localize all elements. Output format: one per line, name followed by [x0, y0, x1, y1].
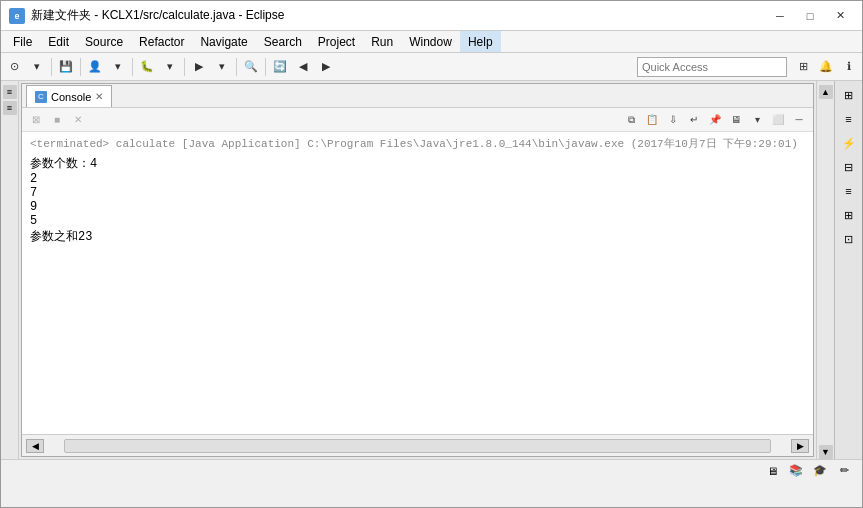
- debug-dropdown[interactable]: ▾: [159, 56, 181, 78]
- close-button[interactable]: ✕: [826, 6, 854, 26]
- right-gutter: ▲ ▼: [816, 81, 834, 459]
- toolbar-sep-2: [80, 58, 81, 76]
- forward-button[interactable]: ▶: [315, 56, 337, 78]
- menu-source[interactable]: Source: [77, 31, 131, 52]
- output-line-1: 参数个数：4: [30, 155, 805, 172]
- menu-window[interactable]: Window: [401, 31, 460, 52]
- console-tab-bar: C Console ✕: [22, 84, 813, 108]
- far-right-btn-5[interactable]: ≡: [839, 181, 859, 201]
- debug-button[interactable]: 🐛: [136, 56, 158, 78]
- menu-file[interactable]: File: [5, 31, 40, 52]
- info-btn[interactable]: ℹ: [838, 56, 860, 78]
- menu-bar: File Edit Source Refactor Navigate Searc…: [1, 31, 862, 53]
- toolbar-sep-4: [184, 58, 185, 76]
- main-area: ≡ ≡ C Console ✕ ⊠ ■ ✕ ⧉ 📋: [1, 81, 862, 459]
- menu-run[interactable]: Run: [363, 31, 401, 52]
- output-line-4: 9: [30, 200, 805, 214]
- run-dropdown[interactable]: ▾: [211, 56, 233, 78]
- copy-btn[interactable]: ⧉: [621, 110, 641, 130]
- toolbar-sep-6: [265, 58, 266, 76]
- save-button[interactable]: 💾: [55, 56, 77, 78]
- status-graduate-btn[interactable]: 🎓: [810, 461, 830, 481]
- status-right: 🖥 📚 🎓 ✏: [762, 461, 854, 481]
- toolbar-sep-1: [51, 58, 52, 76]
- console-tab[interactable]: C Console ✕: [26, 85, 112, 107]
- console-tab-close[interactable]: ✕: [95, 91, 103, 102]
- profile-button[interactable]: 👤: [84, 56, 106, 78]
- maximize-view-btn[interactable]: ⬜: [768, 110, 788, 130]
- status-book-btn[interactable]: 📚: [786, 461, 806, 481]
- console-toolbar-left: ⊠ ■ ✕: [26, 110, 88, 130]
- menu-navigate[interactable]: Navigate: [192, 31, 255, 52]
- console-toolbar-right: ⧉ 📋 ⇩ ↵ 📌 🖥 ▾ ⬜ ─: [621, 110, 809, 130]
- quick-access-input[interactable]: [637, 57, 787, 77]
- horizontal-scrollbar: ◀ ▶: [22, 434, 813, 456]
- paste-btn[interactable]: 📋: [642, 110, 662, 130]
- menu-project[interactable]: Project: [310, 31, 363, 52]
- menu-help[interactable]: Help: [460, 31, 501, 52]
- far-right-btn-7[interactable]: ⊡: [839, 229, 859, 249]
- dropdown-btn[interactable]: ▾: [747, 110, 767, 130]
- toolbar-sep-5: [236, 58, 237, 76]
- back-button[interactable]: ◀: [292, 56, 314, 78]
- scroll-up-btn[interactable]: ▲: [819, 85, 833, 99]
- console-toolbar: ⊠ ■ ✕ ⧉ 📋 ⇩ ↵ 📌 🖥 ▾ ⬜ ─: [22, 108, 813, 132]
- title-bar: e 新建文件夹 - KCLX1/src/calculate.java - Ecl…: [1, 1, 862, 31]
- profile-dropdown[interactable]: ▾: [107, 56, 129, 78]
- gutter-btn-1[interactable]: ≡: [3, 85, 17, 99]
- status-edit-btn[interactable]: ✏: [834, 461, 854, 481]
- console-content[interactable]: <terminated> calculate [Java Application…: [22, 132, 813, 434]
- app-icon: e: [9, 8, 25, 24]
- stop-btn[interactable]: ■: [47, 110, 67, 130]
- menu-edit[interactable]: Edit: [40, 31, 77, 52]
- far-right-btn-3[interactable]: ⚡: [839, 133, 859, 153]
- far-right-btn-2[interactable]: ≡: [839, 109, 859, 129]
- toolbar-sep-3: [132, 58, 133, 76]
- console-tab-icon: C: [35, 91, 47, 103]
- perspectives-btn[interactable]: ⊞: [792, 56, 814, 78]
- window-controls: ─ □ ✕: [766, 6, 854, 26]
- minimize-view-btn[interactable]: ─: [789, 110, 809, 130]
- console-out-btn[interactable]: 🖥: [726, 110, 746, 130]
- far-right-panel: ⊞ ≡ ⚡ ⊟ ≡ ⊞ ⊡: [834, 81, 862, 459]
- word-wrap-btn[interactable]: ↵: [684, 110, 704, 130]
- run-button[interactable]: ▶: [188, 56, 210, 78]
- scroll-right-btn[interactable]: ▶: [791, 439, 809, 453]
- output-line-6: 参数之和23: [30, 228, 805, 245]
- console-panel: C Console ✕ ⊠ ■ ✕ ⧉ 📋 ⇩ ↵ 📌 🖥 ▾: [21, 83, 814, 457]
- scroll-left-btn[interactable]: ◀: [26, 439, 44, 453]
- terminated-line: <terminated> calculate [Java Application…: [30, 136, 805, 151]
- remove-btn[interactable]: ✕: [68, 110, 88, 130]
- status-monitor-btn[interactable]: 🖥: [762, 461, 782, 481]
- menu-search[interactable]: Search: [256, 31, 310, 52]
- pin-btn[interactable]: 📌: [705, 110, 725, 130]
- status-bar: 🖥 📚 🎓 ✏: [1, 459, 862, 481]
- new-button[interactable]: ⊙: [3, 56, 25, 78]
- far-right-btn-4[interactable]: ⊟: [839, 157, 859, 177]
- far-right-btn-6[interactable]: ⊞: [839, 205, 859, 225]
- scroll-down-btn[interactable]: ▼: [819, 445, 833, 459]
- gutter-btn-2[interactable]: ≡: [3, 101, 17, 115]
- search-button[interactable]: 🔍: [240, 56, 262, 78]
- minimize-button[interactable]: ─: [766, 6, 794, 26]
- output-line-3: 7: [30, 186, 805, 200]
- title-bar-left: e 新建文件夹 - KCLX1/src/calculate.java - Ecl…: [9, 7, 284, 24]
- maximize-button[interactable]: □: [796, 6, 824, 26]
- output-line-5: 5: [30, 214, 805, 228]
- new-dropdown[interactable]: ▾: [26, 56, 48, 78]
- scroll-lock-btn[interactable]: ⇩: [663, 110, 683, 130]
- menu-refactor[interactable]: Refactor: [131, 31, 192, 52]
- far-right-btn-1[interactable]: ⊞: [839, 85, 859, 105]
- console-tab-label: Console: [51, 91, 91, 103]
- main-toolbar: ⊙ ▾ 💾 👤 ▾ 🐛 ▾ ▶ ▾ 🔍 🔄 ◀ ▶ ⊞ 🔔 ℹ: [1, 53, 862, 81]
- clear-console-btn[interactable]: ⊠: [26, 110, 46, 130]
- window-title: 新建文件夹 - KCLX1/src/calculate.java - Eclip…: [31, 7, 284, 24]
- output-line-2: 2: [30, 172, 805, 186]
- left-gutter: ≡ ≡: [1, 81, 19, 459]
- refresh-btn[interactable]: 🔄: [269, 56, 291, 78]
- notification-btn[interactable]: 🔔: [815, 56, 837, 78]
- scroll-track[interactable]: [64, 439, 771, 453]
